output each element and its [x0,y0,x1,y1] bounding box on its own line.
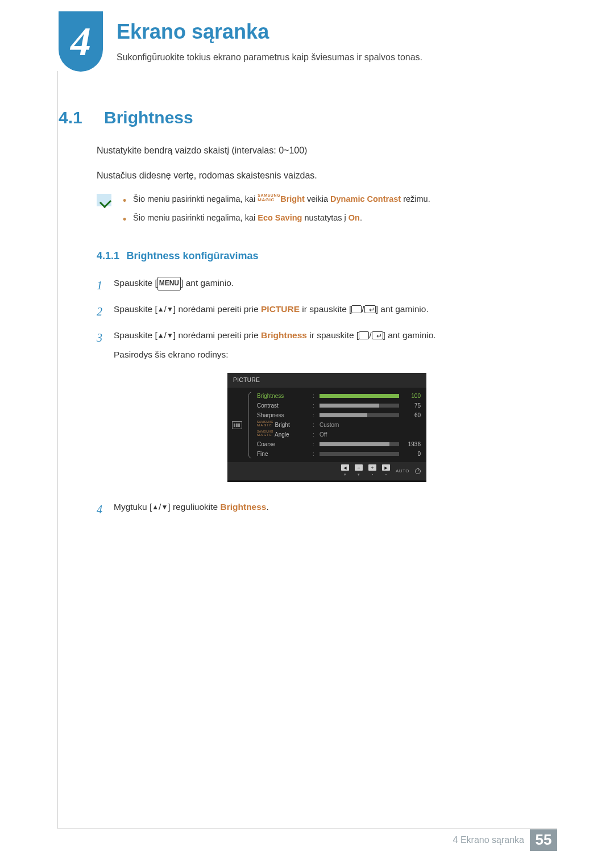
osd-btn-minus: −▾ [355,464,363,479]
osd-row: Coarse:1936 [257,439,421,449]
triangle-down-icon: ▼ [167,305,173,313]
power-icon [415,468,421,474]
down-tri-icon: ▾ [344,471,346,479]
magic-bot: MAGIC [258,197,275,202]
note-item-1: Šio meniu pasirinkti negalima, kai SAMSU… [123,193,557,206]
osd-btn-left: ◄▾ [341,464,349,479]
osd-slider [320,394,399,398]
samsung-magic-label: SAMSUNGM A G I C [257,430,273,437]
osd-colon: : [313,391,316,401]
note2-eco: Eco Saving [258,213,302,222]
note-item-2: Šio meniu pasirinkti negalima, kai Eco S… [123,211,557,225]
step-num-4: 4 [97,499,107,520]
step-body-2: Spauskite [▲/▼] norėdami pereiti prie PI… [114,301,557,322]
menu-button-label: MENU [157,277,181,290]
enter-icon [372,331,383,339]
osd-row: SAMSUNGM A G I C Bright:Custom [257,420,421,430]
step-4: 4 Mygtuku [▲/▼] reguliuokite Brightness. [97,499,557,520]
chapter-number: 4 [70,18,91,65]
step-body-1: Spauskite [MENU] ant gaminio. [114,275,557,296]
s3-mid2: ir spauskite [ [307,330,359,340]
subsection-title: Brightness konfigūravimas [127,250,259,261]
dot-icon: • [372,471,373,479]
note2-mid: nustatytas į [302,213,348,222]
s2-pre: Spauskite [ [114,304,157,314]
step-3: 3 Spauskite [▲/▼] norėdami pereiti prie … [97,327,557,493]
section-para-2: Nustačius didesnę vertę, rodomas skaiste… [97,168,557,183]
triangle-down-icon: ▼ [167,331,173,339]
osd-row: Fine:0 [257,449,421,459]
s1-post: ] ant gaminio. [181,278,234,288]
osd-row-label: Coarse [257,439,309,450]
section-para-1: Nustatykite bendrą vaizdo skaistį (inter… [97,143,557,158]
osd-row-label: Sharpness [257,410,309,421]
step-1: 1 Spauskite [MENU] ant gaminio. [97,275,557,296]
osd-value: 0 [403,449,421,459]
triangle-up-icon: ▲ [157,305,164,313]
osd-footer: ◄▾ −▾ +• ►• AUTO [227,462,426,480]
s3-post: ] ant gaminio. [383,330,436,340]
osd-value: 60 [403,410,421,421]
section-number: 4.1 [59,108,82,127]
osd-row-label: Brightness [257,391,309,401]
step-num-3: 3 [97,327,107,493]
picture-icon [232,421,242,429]
footer-text: 4 Ekrano sąranka [453,835,524,845]
osd-panel: PICTURE Brightness:100Contrast:75Sharpne… [227,373,426,482]
note1-bright: Bright [280,194,305,203]
s4-post: . [266,502,268,512]
dot-icon: • [385,471,387,479]
body-content: Nustatykite bendrą vaizdo skaistį (inter… [97,143,557,525]
step-body-4: Mygtuku [▲/▼] reguliuokite Brightness. [114,499,557,520]
note2-post: . [360,213,362,222]
step-body-3: Spauskite [▲/▼] norėdami pereiti prie Br… [114,327,557,493]
osd-value: 75 [403,401,421,411]
osd-text-value: Off [320,430,399,440]
s3-below: Pasirodys šis ekrano rodinys: [114,347,557,363]
osd-slider [320,442,399,446]
osd-slider [320,452,399,456]
step-num-2: 2 [97,301,107,322]
osd-row: Brightness:100 [257,391,421,401]
note2-on: On [349,213,360,222]
steps-list: 1 Spauskite [MENU] ant gaminio. 2 Spausk… [97,275,557,519]
osd-colon: : [313,401,316,411]
samsung-magic-label: SAMSUNGM A G I C [257,420,273,427]
s1-pre: Spauskite [ [114,278,157,288]
osd-row-label: SAMSUNGM A G I C Angle [257,430,309,440]
chapter-title: Ekrano sąranka [117,20,269,44]
right-icon: ► [382,464,390,471]
triangle-up-icon: ▲ [152,503,159,511]
osd-rows: Brightness:100Contrast:75Sharpness:60SAM… [257,391,421,459]
osd-slider [320,413,399,417]
left-icon: ◄ [341,464,349,471]
s2-mid2: ir spauskite [ [300,304,351,314]
chapter-description: Sukonfigūruokite tokius ekrano parametru… [117,52,422,63]
osd-auto-label: AUTO [396,467,409,475]
subsection-heading: 4.1.1 Brightness konfigūravimas [97,248,557,264]
osd-row-label: Contrast [257,401,309,411]
osd-row: Contrast:75 [257,401,421,410]
osd-side [231,391,243,459]
samsung-magic-label: SAMSUNGMAGIC [258,193,280,202]
section-title: Brightness [104,108,193,127]
plus-icon: + [368,464,376,471]
osd-row: Sharpness:60 [257,410,421,420]
osd-body: Brightness:100Contrast:75Sharpness:60SAM… [227,388,426,460]
s4-pre: Mygtuku [ [114,502,152,512]
s2-picture: PICTURE [261,304,300,314]
note1-dc: Dynamic Contrast [330,194,401,203]
box-icon [351,305,362,313]
osd-colon: : [313,449,316,459]
osd-colon: : [313,420,316,430]
box-icon [359,331,369,339]
step-2: 2 Spauskite [▲/▼] norėdami pereiti prie … [97,301,557,322]
note1-post: režimu. [401,194,430,203]
s3-mid1: ] norėdami pereiti prie [173,330,261,340]
s4-mid: ] reguliuokite [168,502,220,512]
enter-icon [364,305,376,313]
osd-slider [320,404,399,408]
s4-bright: Brightness [221,502,267,512]
osd-colon: : [313,410,316,421]
osd-btn-plus: +• [368,464,376,479]
